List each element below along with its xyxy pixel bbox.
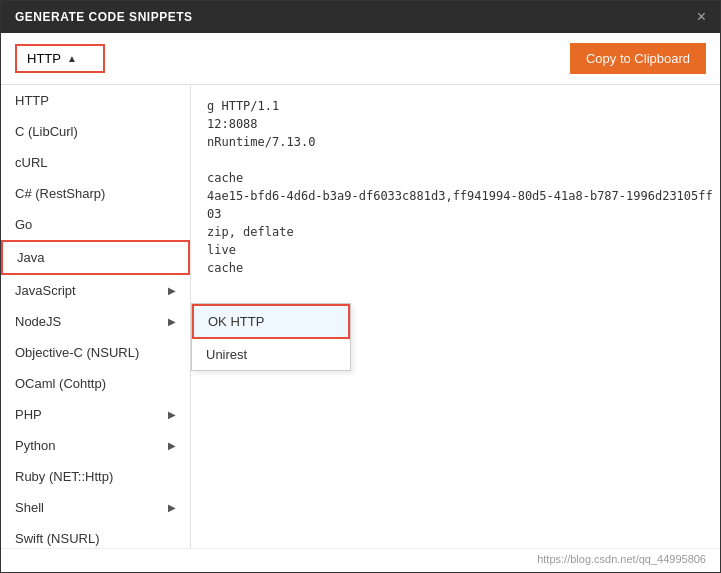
sidebar-item-nodejs[interactable]: NodeJS ▶ [1, 306, 190, 337]
copy-to-clipboard-button[interactable]: Copy to Clipboard [570, 43, 706, 74]
sidebar-item-label: Swift (NSURL) [15, 531, 100, 546]
sidebar-item-curl[interactable]: cURL [1, 147, 190, 178]
java-submenu: OK HTTP Unirest [191, 303, 351, 371]
sidebar-item-label: cURL [15, 155, 48, 170]
sidebar-item-label: OCaml (Cohttp) [15, 376, 106, 391]
submenu-item-label: Unirest [206, 347, 247, 362]
sidebar-item-python[interactable]: Python ▶ [1, 430, 190, 461]
sidebar-item-label: C# (RestSharp) [15, 186, 105, 201]
sidebar-item-c-libcurl[interactable]: C (LibCurl) [1, 116, 190, 147]
sidebar-item-label: NodeJS [15, 314, 61, 329]
chevron-right-icon: ▶ [168, 285, 176, 296]
modal-body: HTTP C (LibCurl) cURL C# (RestSharp) Go … [1, 85, 720, 548]
sidebar-item-csharp[interactable]: C# (RestSharp) [1, 178, 190, 209]
sidebar-item-label: C (LibCurl) [15, 124, 78, 139]
sidebar-item-label: Java [17, 250, 44, 265]
sidebar-item-label: Go [15, 217, 32, 232]
sidebar-item-go[interactable]: Go [1, 209, 190, 240]
modal-footer: https://blog.csdn.net/qq_44995806 [1, 548, 720, 572]
language-sidebar: HTTP C (LibCurl) cURL C# (RestSharp) Go … [1, 85, 191, 548]
chevron-right-icon: ▶ [168, 316, 176, 327]
language-dropdown[interactable]: HTTP ▲ [15, 44, 105, 73]
submenu-item-okhttp[interactable]: OK HTTP [192, 304, 350, 339]
sidebar-item-swift[interactable]: Swift (NSURL) [1, 523, 190, 548]
footer-url: https://blog.csdn.net/qq_44995806 [537, 553, 706, 565]
modal-toolbar: HTTP ▲ Copy to Clipboard [1, 33, 720, 85]
close-button[interactable]: × [697, 9, 706, 25]
chevron-right-icon: ▶ [168, 502, 176, 513]
sidebar-item-label: HTTP [15, 93, 49, 108]
sidebar-item-label: Objective-C (NSURL) [15, 345, 139, 360]
sidebar-item-label: JavaScript [15, 283, 76, 298]
sidebar-item-ruby[interactable]: Ruby (NET::Http) [1, 461, 190, 492]
sidebar-item-shell[interactable]: Shell ▶ [1, 492, 190, 523]
modal-container: GENERATE CODE SNIPPETS × HTTP ▲ Copy to … [0, 0, 721, 573]
sidebar-item-ocaml[interactable]: OCaml (Cohttp) [1, 368, 190, 399]
sidebar-item-label: Shell [15, 500, 44, 515]
dropdown-arrow-icon: ▲ [67, 53, 77, 64]
dropdown-label: HTTP [27, 51, 61, 66]
sidebar-item-java[interactable]: Java [1, 240, 190, 275]
submenu-item-label: OK HTTP [208, 314, 264, 329]
modal-title: GENERATE CODE SNIPPETS [15, 10, 192, 24]
sidebar-item-javascript[interactable]: JavaScript ▶ [1, 275, 190, 306]
sidebar-item-http[interactable]: HTTP [1, 85, 190, 116]
sidebar-item-label: PHP [15, 407, 42, 422]
sidebar-item-label: Ruby (NET::Http) [15, 469, 113, 484]
chevron-right-icon: ▶ [168, 440, 176, 451]
chevron-right-icon: ▶ [168, 409, 176, 420]
modal-header: GENERATE CODE SNIPPETS × [1, 1, 720, 33]
sidebar-item-label: Python [15, 438, 55, 453]
sidebar-item-objc[interactable]: Objective-C (NSURL) [1, 337, 190, 368]
sidebar-item-php[interactable]: PHP ▶ [1, 399, 190, 430]
submenu-item-unirest[interactable]: Unirest [192, 339, 350, 370]
